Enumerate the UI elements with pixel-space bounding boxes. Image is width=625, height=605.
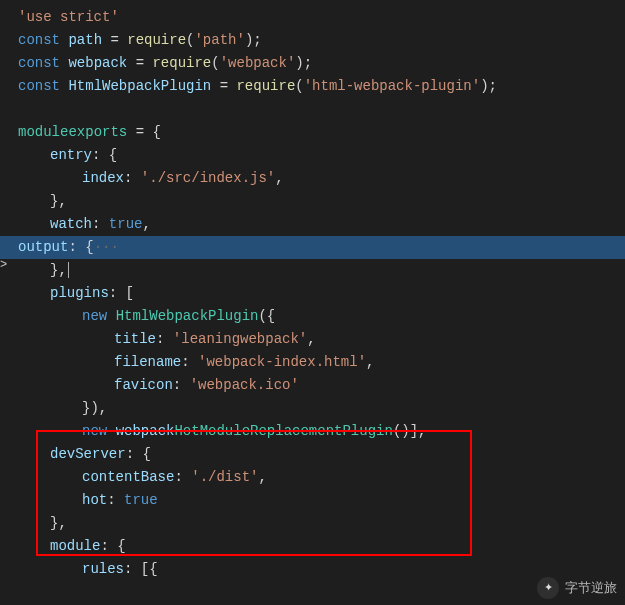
code-line: entry: { [18,144,625,167]
code-line: }, [18,512,625,535]
wechat-icon: ✦ [537,577,559,599]
code-line: contentBase: './dist', [18,466,625,489]
fold-chevron-icon[interactable]: > [0,254,7,277]
code-line: new HtmlWebpackPlugin({ [18,305,625,328]
code-line: 'use strict' [18,6,625,29]
code-line: const webpack = require('webpack'); [18,52,625,75]
watermark-label: 字节逆旅 [565,576,617,599]
code-line: const path = require('path'); [18,29,625,52]
code-line-highlighted: output: {··· [0,236,625,259]
code-line: }, [18,259,625,282]
code-line: index: './src/index.js', [18,167,625,190]
code-line: filename: 'webpack-index.html', [18,351,625,374]
code-line: watch: true, [18,213,625,236]
code-line: new webpackHotModuleReplacementPlugin()]… [18,420,625,443]
code-line: module: { [18,535,625,558]
watermark: ✦ 字节逆旅 [537,576,617,599]
blank-line [18,98,625,121]
code-line: }, [18,190,625,213]
code-line: const HtmlWebpackPlugin = require('html-… [18,75,625,98]
code-line: plugins: [ [18,282,625,305]
code-line: }), [18,397,625,420]
code-editor[interactable]: > 'use strict' const path = require('pat… [0,0,625,581]
code-line: rules: [{ [18,558,625,581]
code-line: hot: true [18,489,625,512]
code-line: favicon: 'webpack.ico' [18,374,625,397]
code-line: title: 'leaningwebpack', [18,328,625,351]
code-line: moduleexports = { [18,121,625,144]
code-line: devServer: { [18,443,625,466]
